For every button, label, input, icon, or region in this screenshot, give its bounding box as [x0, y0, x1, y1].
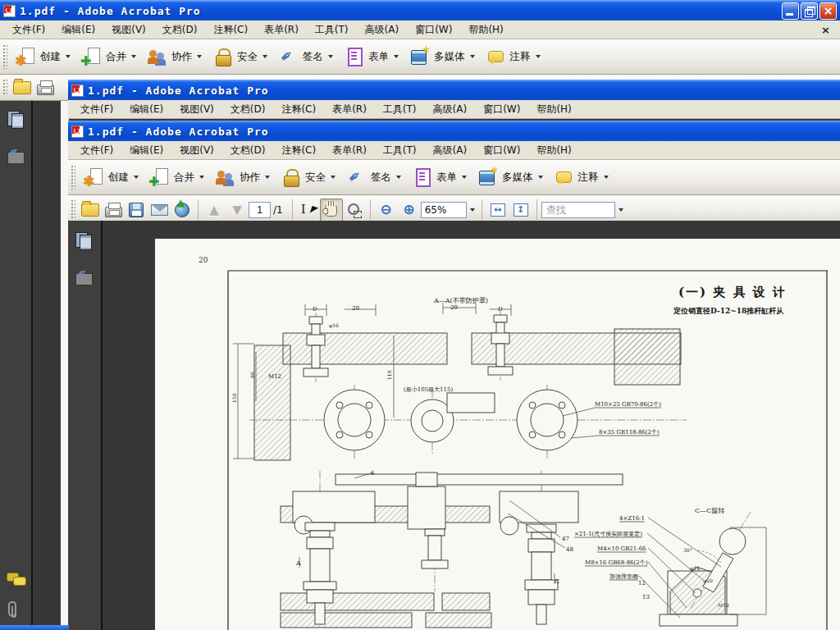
- zoom-dropdown-button[interactable]: [467, 202, 477, 218]
- menu-item[interactable]: 表单(R): [257, 21, 306, 39]
- open-button[interactable]: [11, 76, 34, 99]
- menu-item[interactable]: 文件(F): [5, 21, 52, 39]
- pages-panel-icon[interactable]: [7, 109, 26, 129]
- task-button[interactable]: 合并: [144, 164, 210, 190]
- menu-item[interactable]: 编辑(E): [122, 142, 171, 159]
- task-button[interactable]: 安全: [276, 164, 341, 190]
- select-tool-icon: I: [301, 202, 316, 218]
- task-button[interactable]: 多媒体: [472, 164, 549, 190]
- marquee-zoom-button[interactable]: [343, 199, 366, 221]
- select-tool-button[interactable]: I: [297, 199, 320, 221]
- find-input[interactable]: [541, 202, 615, 218]
- toolbar-separator: [482, 199, 482, 220]
- menu-item[interactable]: 文档(D): [223, 142, 273, 159]
- menu-item[interactable]: 视图(V): [104, 21, 153, 39]
- menu-item[interactable]: 帮助(H): [461, 21, 510, 39]
- previous-page-button[interactable]: ▲: [203, 199, 226, 221]
- titlebar[interactable]: 1.pdf - Adobe Acrobat Pro: [68, 121, 840, 141]
- menu-item[interactable]: 窗口(W): [476, 142, 527, 159]
- signatures-panel-icon[interactable]: [7, 147, 26, 167]
- menu-item[interactable]: 帮助(H): [529, 101, 578, 118]
- menu-item[interactable]: 工具(T): [376, 101, 424, 118]
- restore-button[interactable]: [801, 2, 818, 20]
- find-dropdown-button[interactable]: [615, 202, 626, 218]
- menu-item[interactable]: 视图(V): [172, 142, 221, 159]
- menu-item[interactable]: 帮助(H): [529, 142, 578, 159]
- task-button[interactable]: 合并: [76, 43, 142, 70]
- dropdown-arrow-icon: [134, 176, 139, 179]
- menu-item[interactable]: 高级(A): [426, 142, 475, 159]
- pages-panel-icon[interactable]: [75, 231, 94, 250]
- window-title: 1.pdf - Adobe Acrobat Pro: [88, 126, 269, 138]
- menu-item[interactable]: 窗口(W): [476, 101, 527, 118]
- menu-item[interactable]: 窗口(W): [408, 21, 459, 39]
- zoom-level-value: 65%: [425, 204, 463, 216]
- menu-item[interactable]: 注释(C): [274, 101, 323, 118]
- menu-item[interactable]: 文档(D): [223, 101, 273, 118]
- menu-item[interactable]: 视图(V): [172, 101, 221, 118]
- menu-item[interactable]: 工具(T): [308, 21, 356, 39]
- page-number-input[interactable]: [249, 202, 271, 218]
- task-button[interactable]: 签名: [273, 43, 339, 70]
- drawing-label: 12: [638, 580, 646, 587]
- titlebar[interactable]: 1.pdf - Adobe Acrobat Pro ×: [0, 0, 840, 21]
- task-button[interactable]: 签名: [341, 164, 407, 190]
- task-button[interactable]: 创建: [11, 43, 76, 70]
- menu-item[interactable]: 文档(D): [155, 21, 205, 39]
- signatures-panel-icon[interactable]: [75, 268, 94, 288]
- close-button[interactable]: ×: [819, 2, 837, 20]
- menu-item[interactable]: 高级(A): [426, 101, 475, 118]
- menu-item[interactable]: 文件(F): [73, 101, 121, 118]
- zoom-level-select[interactable]: 65%: [421, 202, 467, 218]
- task-button[interactable]: 表单: [407, 164, 472, 190]
- acrobat-window-front: 1.pdf - Adobe Acrobat Pro 文件(F)编辑(E)视图(V…: [68, 121, 840, 630]
- fit-width-button[interactable]: ↔: [486, 199, 509, 221]
- menu-item[interactable]: 注释(C): [206, 21, 255, 39]
- task-button[interactable]: 安全: [208, 43, 273, 70]
- menu-item[interactable]: 编辑(E): [122, 101, 171, 118]
- minimize-button[interactable]: [782, 2, 799, 20]
- menu-item[interactable]: 工具(T): [376, 142, 424, 159]
- print-button[interactable]: [34, 76, 57, 99]
- task-button[interactable]: 创建: [79, 164, 144, 190]
- menu-item[interactable]: 表单(R): [325, 101, 374, 118]
- toolbar-grip[interactable]: [2, 79, 7, 97]
- comments-panel-icon[interactable]: [7, 570, 26, 590]
- upload-button[interactable]: [171, 199, 194, 221]
- comment-icon: [486, 47, 506, 66]
- dropdown-arrow-icon: [197, 55, 202, 58]
- arrow-down-icon: ▼: [232, 203, 242, 217]
- open-button[interactable]: [79, 199, 102, 221]
- task-button[interactable]: 注释: [549, 164, 614, 190]
- menu-item[interactable]: 表单(R): [325, 142, 374, 159]
- marquee-zoom-icon: [346, 202, 363, 218]
- save-button[interactable]: [125, 199, 148, 221]
- task-button[interactable]: 多媒体: [404, 43, 481, 70]
- email-button[interactable]: [148, 199, 171, 221]
- task-button[interactable]: 协作: [210, 164, 276, 190]
- attachments-panel-icon[interactable]: [7, 601, 26, 621]
- collaborate-icon: [216, 167, 235, 187]
- pdf-page: 20 (一) 夹 具 设 计 定位销直径D-12~18推杆缸杆从: [155, 239, 840, 630]
- titlebar[interactable]: 1.pdf - Adobe Acrobat Pro: [68, 80, 840, 100]
- next-page-button[interactable]: ▼: [226, 199, 249, 221]
- menu-item[interactable]: 编辑(E): [54, 21, 103, 39]
- document-pane[interactable]: 20 (一) 夹 具 设 计 定位销直径D-12~18推杆缸杆从: [68, 221, 840, 630]
- print-icon: [105, 207, 122, 217]
- menu-item[interactable]: 高级(A): [358, 21, 407, 39]
- paperclip-icon: [8, 601, 16, 617]
- task-button[interactable]: 注释: [481, 43, 546, 70]
- print-button[interactable]: [102, 199, 125, 221]
- hand-tool-button[interactable]: [320, 199, 343, 221]
- toolbar-grip[interactable]: [2, 44, 7, 68]
- toolbar-grip[interactable]: [71, 165, 75, 189]
- close-document-icon[interactable]: ×: [816, 24, 835, 36]
- menu-item[interactable]: 文件(F): [73, 142, 121, 159]
- zoom-in-button[interactable]: ⊕: [398, 199, 421, 221]
- toolbar-grip[interactable]: [71, 199, 75, 220]
- menu-item[interactable]: 注释(C): [274, 142, 323, 159]
- zoom-out-button[interactable]: ⊖: [375, 199, 398, 221]
- fit-page-button[interactable]: ↕: [509, 199, 532, 221]
- task-button[interactable]: 协作: [142, 43, 208, 70]
- task-button[interactable]: 表单: [339, 43, 404, 70]
